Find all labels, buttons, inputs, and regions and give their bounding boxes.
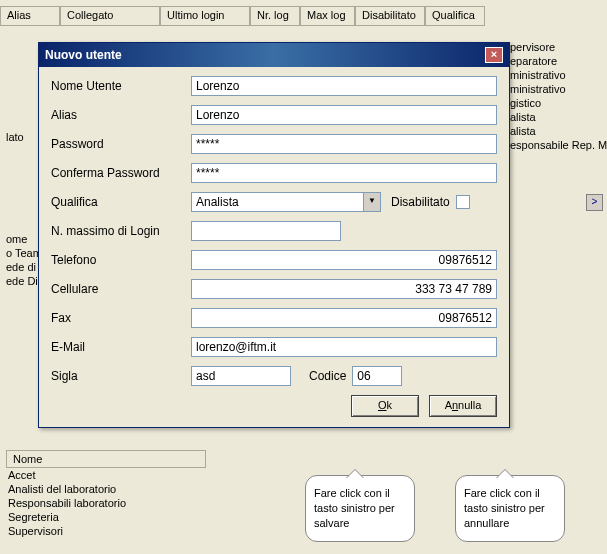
label-conferma: Conferma Password: [51, 166, 191, 180]
bg-bottom-header[interactable]: Nome: [6, 450, 206, 468]
dialog-titlebar[interactable]: Nuovo utente ×: [39, 43, 509, 67]
nome-input[interactable]: [191, 76, 497, 96]
bg-header[interactable]: Max log: [300, 6, 355, 26]
tooltip-save: Fare click con il tasto sinistro per sal…: [305, 475, 415, 542]
qualifica-select[interactable]: [191, 192, 364, 212]
chevron-down-icon[interactable]: ▼: [364, 192, 381, 212]
conferma-password-input[interactable]: [191, 163, 497, 183]
dialog-body: Nome Utente Alias Password Conferma Pass…: [39, 67, 509, 427]
list-item: alista: [508, 110, 603, 124]
cancel-button[interactable]: Annulla: [429, 395, 497, 417]
list-item: ministrativo: [508, 82, 603, 96]
label-qualifica: Qualifica: [51, 195, 191, 209]
label-nome: Nome Utente: [51, 79, 191, 93]
list-item: gistico: [508, 96, 603, 110]
list-item[interactable]: Segreteria: [6, 510, 206, 524]
bg-right-list: pervisore eparatore ministrativo ministr…: [508, 40, 603, 152]
label-telefono: Telefono: [51, 253, 191, 267]
bg-header[interactable]: Disabilitato: [355, 6, 425, 26]
bg-header[interactable]: Collegato: [60, 6, 160, 26]
label-alias: Alias: [51, 108, 191, 122]
label-cellulare: Cellulare: [51, 282, 191, 296]
label-maxlogin: N. massimo di Login: [51, 224, 191, 238]
list-item[interactable]: Analisti del laboratorio: [6, 482, 206, 496]
label-password: Password: [51, 137, 191, 151]
label-sigla: Sigla: [51, 369, 191, 383]
dialog-title: Nuovo utente: [45, 48, 122, 62]
scroll-right-button[interactable]: >: [586, 194, 603, 211]
bg-header[interactable]: Qualifica: [425, 6, 485, 26]
codice-input[interactable]: [352, 366, 402, 386]
tooltip-cancel: Fare click con il tasto sinistro per ann…: [455, 475, 565, 542]
list-item: pervisore: [508, 40, 603, 54]
label-fax: Fax: [51, 311, 191, 325]
sigla-input[interactable]: [191, 366, 291, 386]
alias-input[interactable]: [191, 105, 497, 125]
bg-header[interactable]: Alias: [0, 6, 60, 26]
ok-button[interactable]: Ok: [351, 395, 419, 417]
disabilitato-checkbox[interactable]: [456, 195, 470, 209]
cellulare-input[interactable]: [191, 279, 497, 299]
email-input[interactable]: [191, 337, 497, 357]
list-item: alista: [508, 124, 603, 138]
bg-header[interactable]: Nr. log: [250, 6, 300, 26]
fax-input[interactable]: [191, 308, 497, 328]
list-item: eparatore: [508, 54, 603, 68]
new-user-dialog: Nuovo utente × Nome Utente Alias Passwor…: [38, 42, 510, 428]
label-email: E-Mail: [51, 340, 191, 354]
bg-header[interactable]: Ultimo login: [160, 6, 250, 26]
list-item: esponsabile Rep. M: [508, 138, 603, 152]
list-item[interactable]: Accet: [6, 468, 206, 482]
list-item[interactable]: Responsabili laboratorio: [6, 496, 206, 510]
label-codice: Codice: [309, 369, 346, 383]
telefono-input[interactable]: [191, 250, 497, 270]
list-item: ministrativo: [508, 68, 603, 82]
list-item[interactable]: Supervisori: [6, 524, 206, 538]
password-input[interactable]: [191, 134, 497, 154]
label-disabilitato: Disabilitato: [391, 195, 450, 209]
maxlogin-input[interactable]: [191, 221, 341, 241]
bg-bottom-list: Nome Accet Analisti del laboratorio Resp…: [6, 450, 206, 538]
close-icon[interactable]: ×: [485, 47, 503, 63]
bg-table-headers: Alias Collegato Ultimo login Nr. log Max…: [0, 6, 485, 26]
